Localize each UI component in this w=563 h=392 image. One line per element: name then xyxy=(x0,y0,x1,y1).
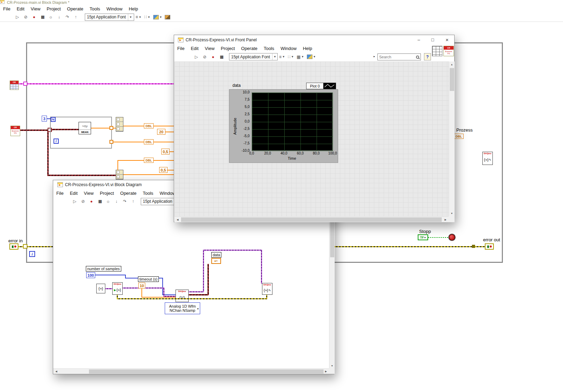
font-selector[interactable]: 15pt Application Font ▼ xyxy=(85,14,134,21)
resize-objects-dropdown[interactable]: ▦ ▼ xyxy=(297,55,304,59)
search-box[interactable] xyxy=(377,53,421,60)
distribute-objects-dropdown[interactable]: ∷ ▼ xyxy=(144,15,150,19)
highlight-execution-button[interactable]: ☼ xyxy=(105,198,112,205)
step-out-button[interactable]: ↑ xyxy=(72,14,79,20)
resize-objects-dropdown[interactable]: ▼ xyxy=(153,15,162,19)
iteration-terminal[interactable]: i xyxy=(54,139,59,144)
menu-item-project[interactable]: Project xyxy=(43,5,64,12)
bd-horizontal-scrollbar[interactable]: ◀ ▶ xyxy=(53,368,329,374)
reorder-dropdown[interactable]: ▼ xyxy=(307,55,316,59)
menu-item-window[interactable]: Window xyxy=(277,45,300,52)
close-button[interactable]: × xyxy=(440,35,455,44)
scroll-right-icon[interactable]: ▶ xyxy=(324,369,328,374)
vi-icon[interactable]: CR Express VI1 xyxy=(443,46,454,56)
help-button[interactable]: ? xyxy=(424,53,431,60)
polymorphic-selector[interactable]: Analog 1D Wfm NChan NSamp ▼ xyxy=(165,302,200,314)
error-out-terminal[interactable] xyxy=(485,243,494,250)
search-input[interactable] xyxy=(379,54,416,60)
step-into-button[interactable]: ↓ xyxy=(56,14,63,20)
scroll-left-icon[interactable]: ◀ xyxy=(175,217,180,222)
menu-item-file[interactable]: File xyxy=(0,5,14,12)
build-array-node[interactable] xyxy=(116,170,123,180)
numeric-constant[interactable]: 0,5 xyxy=(161,149,170,155)
run-button[interactable]: ▷ xyxy=(71,198,78,205)
numeric-constant[interactable]: 20 xyxy=(157,129,165,135)
menu-item-operate[interactable]: Operate xyxy=(238,45,261,52)
menu-item-window[interactable]: Window xyxy=(103,5,125,12)
cr-table-node[interactable]: CR xyxy=(10,81,19,90)
daqmx-read-node[interactable]: DAQmx ⊙⊙ xyxy=(176,290,189,302)
loop-count-terminal[interactable]: N xyxy=(51,117,56,122)
scrollbar-thumb[interactable] xyxy=(181,217,442,222)
maximize-button[interactable]: □ xyxy=(426,35,440,44)
abort-button[interactable]: ● xyxy=(31,14,38,20)
menu-item-view[interactable]: View xyxy=(27,5,43,12)
distribute-objects-dropdown[interactable]: ∷ ▼ xyxy=(288,55,294,59)
timeout-label[interactable]: timeout (s) xyxy=(138,276,159,282)
iteration-terminal[interactable]: i xyxy=(29,251,35,257)
menu-item-operate[interactable]: Operate xyxy=(117,190,140,197)
numeric-constant[interactable]: 3 xyxy=(42,116,47,122)
menu-item-help[interactable]: Help xyxy=(125,5,141,12)
scroll-right-icon[interactable]: ▶ xyxy=(443,217,448,222)
menu-item-file[interactable]: File xyxy=(174,45,188,52)
run-continuous-button[interactable]: ⊘ xyxy=(201,53,208,60)
pause-button[interactable]: ▮▮ xyxy=(39,14,46,20)
plot-legend[interactable]: Plot 0 xyxy=(306,83,336,89)
scroll-down-icon[interactable]: ▼ xyxy=(449,211,454,216)
pause-button[interactable]: ▮▮ xyxy=(96,198,103,205)
mean-node[interactable]: ≈σμ MEAN xyxy=(79,122,91,134)
menu-item-tools[interactable]: Tools xyxy=(87,5,103,12)
data-label[interactable]: data xyxy=(211,252,221,258)
step-out-button[interactable]: ↑ xyxy=(130,198,137,205)
search-expand-icon[interactable]: ▸ xyxy=(374,55,375,58)
align-objects-dropdown[interactable]: ≡ ▼ xyxy=(136,15,141,19)
build-array-node[interactable] xyxy=(116,117,123,132)
daqmx-create-channel-node[interactable]: {≈} xyxy=(96,284,105,293)
daqmx-write-node[interactable]: DAQmx {≈}✎ xyxy=(482,152,493,165)
menu-item-tools[interactable]: Tools xyxy=(261,45,277,52)
align-objects-dropdown[interactable]: ≡ ▼ xyxy=(279,55,285,59)
menu-item-tools[interactable]: Tools xyxy=(140,190,156,197)
abort-button[interactable]: ● xyxy=(88,198,95,205)
scroll-up-icon[interactable]: ▲ xyxy=(449,62,454,67)
menu-item-view[interactable]: View xyxy=(81,190,97,197)
waveform-chart[interactable]: Amplitude 10,0 7,5 5,0 2,5 0,0 -2,5 -5,0… xyxy=(229,89,338,163)
fp-vertical-scrollbar[interactable]: ▲ ▼ xyxy=(449,61,455,216)
menu-item-operate[interactable]: Operate xyxy=(64,5,87,12)
abort-button[interactable]: ● xyxy=(210,53,217,60)
scrollbar-thumb[interactable] xyxy=(89,369,324,374)
run-button[interactable]: ▷ xyxy=(14,14,21,20)
fp-horizontal-scrollbar[interactable]: ◀ ▶ xyxy=(174,216,449,222)
main-window-titlebar[interactable]: CR-Prozess-main.vi Block Diagram * xyxy=(0,0,209,5)
pause-button[interactable]: ▮▮ xyxy=(218,53,225,60)
timeout-constant[interactable]: 10 xyxy=(138,283,145,289)
menu-item-edit[interactable]: Edit xyxy=(188,45,202,52)
run-continuous-button[interactable]: ⊘ xyxy=(80,198,87,205)
stop-boolean-terminal[interactable]: TF▸ xyxy=(418,234,428,240)
bd-vertical-scrollbar[interactable]: ▲ ▼ xyxy=(329,206,335,368)
samples-label[interactable]: number of samples xyxy=(86,266,121,272)
minimize-button[interactable]: – xyxy=(412,35,426,44)
connector-pane-icon[interactable] xyxy=(432,46,442,56)
scrollbar-thumb[interactable] xyxy=(450,68,454,91)
run-continuous-button[interactable]: ⊘ xyxy=(22,14,29,20)
numeric-constant[interactable]: 0,5 xyxy=(159,167,168,173)
run-button[interactable]: ▷ xyxy=(193,53,200,60)
menu-item-edit[interactable]: Edit xyxy=(14,5,27,12)
step-into-button[interactable]: ↓ xyxy=(113,198,120,205)
menu-item-edit[interactable]: Edit xyxy=(67,190,81,197)
data-indicator-terminal[interactable]: ▸≈ xyxy=(211,258,221,264)
font-selector[interactable]: 15pt Application Font ▼ xyxy=(229,53,278,60)
scroll-left-icon[interactable]: ◀ xyxy=(54,369,59,374)
daqmx-start-task-node[interactable]: DAQmx ▶{≈} xyxy=(112,282,123,295)
cr-express-vi-node[interactable]: CR Express VI1 xyxy=(10,126,20,136)
step-over-button[interactable]: ↷ xyxy=(64,14,71,20)
daqmx-clear-task-node[interactable]: DAQmx {≈}✎ xyxy=(262,283,272,295)
samples-constant[interactable]: 100 xyxy=(86,272,95,278)
step-over-button[interactable]: ↷ xyxy=(121,198,128,205)
scroll-down-icon[interactable]: ▼ xyxy=(330,364,334,368)
menu-item-project[interactable]: Project xyxy=(218,45,238,52)
menu-item-project[interactable]: Project xyxy=(97,190,117,197)
menu-item-file[interactable]: File xyxy=(53,190,67,197)
